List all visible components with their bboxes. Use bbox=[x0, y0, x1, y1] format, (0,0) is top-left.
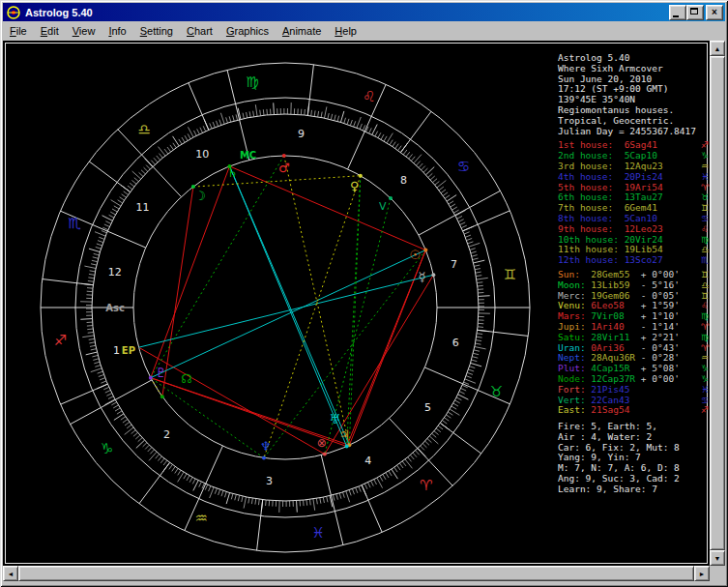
house-cusp-text: 4th house: 20Pis24 bbox=[558, 172, 663, 183]
menu-bar: FileEditViewInfoSettingChartGraphicsAnim… bbox=[3, 21, 725, 41]
planet-position: 21Pis45 bbox=[591, 385, 640, 396]
house-cusp-text: 12th house: 13Sco27 bbox=[558, 255, 663, 266]
svg-text:8: 8 bbox=[400, 174, 407, 187]
zodiac-sign-icon: ♈ bbox=[701, 343, 709, 354]
svg-text:☿: ☿ bbox=[419, 270, 426, 284]
chart-canvas[interactable]: ♈♉♊♋♌♍♎♏♐♑♒♓123456789101112☉☽☿♀♂♃♄♅♆♇☊⊗V… bbox=[3, 41, 710, 566]
svg-text:5: 5 bbox=[424, 401, 431, 414]
svg-text:4: 4 bbox=[364, 455, 371, 467]
app-window: Astrolog 5.40 × FileEditViewInfoSettingC… bbox=[0, 0, 728, 587]
tally-line: Learn: 9, Share: 7 bbox=[558, 484, 709, 495]
zodiac-sign-icon: ♍ bbox=[701, 333, 709, 343]
house-row: 4th house: 20Pis24♓ bbox=[558, 172, 709, 183]
menu-item-graphics[interactable]: Graphics bbox=[219, 23, 276, 39]
vertical-scrollbar[interactable]: ▲ ▼ bbox=[710, 41, 725, 566]
horizontal-scroll-thumb[interactable] bbox=[18, 566, 694, 581]
close-button[interactable]: × bbox=[706, 5, 723, 20]
svg-text:♈: ♈ bbox=[420, 477, 432, 494]
svg-text:☽: ☽ bbox=[194, 189, 206, 203]
svg-text:♓: ♓ bbox=[311, 524, 324, 542]
planet-row: Fort: 21Pis45 ♓ bbox=[558, 385, 709, 396]
zodiac-sign-icon: ♏ bbox=[701, 255, 709, 266]
svg-text:☊: ☊ bbox=[181, 371, 192, 386]
svg-text:V: V bbox=[379, 200, 387, 213]
house-row: 12th house: 13Sco27♏ bbox=[558, 255, 709, 266]
horizontal-scrollbar[interactable]: ◄ ► bbox=[3, 566, 710, 581]
svg-text:♊: ♊ bbox=[504, 266, 516, 283]
house-cusp-list: 1st house: 6Sag41♐2nd house: 5Cap10♑3rd … bbox=[558, 140, 709, 266]
svg-text:7: 7 bbox=[451, 258, 457, 271]
svg-text:♐: ♐ bbox=[54, 332, 67, 349]
svg-text:MC: MC bbox=[240, 150, 256, 161]
zodiac-sign-icon: ♈ bbox=[701, 322, 709, 333]
planet-position: 13Lib59 bbox=[591, 280, 640, 291]
app-icon[interactable] bbox=[6, 5, 21, 20]
menu-item-animate[interactable]: Animate bbox=[276, 23, 328, 39]
svg-text:⊗: ⊗ bbox=[317, 436, 327, 450]
scroll-right-arrow[interactable]: ► bbox=[694, 566, 710, 581]
svg-text:♅: ♅ bbox=[329, 412, 340, 426]
wheel-chart: ♈♉♊♋♌♍♎♏♐♑♒♓123456789101112☉☽☿♀♂♃♄♅♆♇☊⊗V… bbox=[5, 43, 558, 564]
zodiac-sign-icon: ♒ bbox=[701, 161, 709, 172]
svg-text:6: 6 bbox=[452, 337, 459, 349]
planet-name: Satu: bbox=[558, 333, 591, 343]
svg-text:11: 11 bbox=[136, 201, 150, 214]
vertical-scroll-thumb[interactable] bbox=[710, 56, 725, 550]
scroll-left-arrow[interactable]: ◄ bbox=[3, 566, 18, 581]
svg-text:Asc: Asc bbox=[105, 303, 125, 313]
close-icon: × bbox=[712, 8, 717, 17]
chart-info-block: Astrolog 5.40Where Sixh ArmcoverSun June… bbox=[558, 53, 709, 136]
zodiac-sign-icon: ♌ bbox=[701, 301, 709, 311]
menu-item-chart[interactable]: Chart bbox=[180, 23, 219, 39]
zodiac-sign-icon: ♎ bbox=[701, 280, 709, 291]
zodiac-sign-icon: ♓ bbox=[701, 385, 709, 396]
svg-text:♎: ♎ bbox=[138, 121, 151, 138]
svg-text:☉: ☉ bbox=[409, 248, 421, 262]
maximize-button[interactable] bbox=[686, 5, 704, 20]
scroll-down-arrow[interactable]: ▼ bbox=[710, 550, 725, 566]
menu-item-view[interactable]: View bbox=[66, 23, 102, 39]
menu-item-info[interactable]: Info bbox=[102, 23, 132, 39]
zodiac-sign-icon: ♍ bbox=[701, 235, 709, 246]
astrolog-icon bbox=[6, 5, 21, 20]
menu-item-help[interactable]: Help bbox=[328, 23, 364, 39]
svg-text:10: 10 bbox=[195, 148, 209, 161]
zodiac-sign-icon: ♍ bbox=[701, 311, 709, 322]
planet-name: Fort: bbox=[558, 385, 591, 396]
planet-position-list: Sun: 28Gem55 + 0°00'♊Moon: 13Lib59 - 5°1… bbox=[558, 270, 709, 416]
minimize-icon bbox=[673, 15, 679, 17]
svg-text:♑: ♑ bbox=[101, 440, 113, 457]
svg-text:9: 9 bbox=[298, 128, 305, 140]
zodiac-sign-icon: ♊ bbox=[701, 270, 709, 280]
svg-text:3: 3 bbox=[266, 475, 273, 487]
zodiac-sign-icon: ♓ bbox=[701, 172, 709, 183]
planet-row: Moon: 13Lib59 - 5°16'♎ bbox=[558, 280, 709, 291]
element-tally-block: Fire: 5, Earth: 5,Air : 4, Water: 2Car: … bbox=[558, 422, 709, 495]
zodiac-sign-icon: ♑ bbox=[701, 151, 709, 161]
svg-text:♇: ♇ bbox=[156, 366, 167, 380]
zodiac-sign-icon: ♋ bbox=[701, 214, 709, 224]
scroll-up-arrow[interactable]: ▲ bbox=[710, 41, 725, 56]
svg-text:♃: ♃ bbox=[338, 427, 350, 442]
planet-latitude: + 2°21' bbox=[641, 333, 680, 343]
info-sidebar: Astrolog 5.40Where Sixh ArmcoverSun June… bbox=[558, 53, 709, 495]
menu-item-file[interactable]: File bbox=[3, 23, 34, 39]
menu-item-setting[interactable]: Setting bbox=[133, 23, 180, 39]
zodiac-sign-icon: ♋ bbox=[701, 396, 709, 406]
zodiac-sign-icon: ♑ bbox=[701, 364, 709, 374]
svg-text:1: 1 bbox=[113, 344, 120, 357]
menu-item-edit[interactable]: Edit bbox=[34, 23, 66, 39]
caption-buttons: × bbox=[669, 5, 723, 20]
window-title: Astrolog 5.40 bbox=[25, 7, 669, 18]
planet-latitude: + 0°00' bbox=[641, 374, 680, 385]
svg-text:♉: ♉ bbox=[490, 383, 503, 400]
svg-text:♋: ♋ bbox=[457, 158, 470, 175]
planet-position: 21Sag54 bbox=[591, 405, 640, 416]
svg-text:♒: ♒ bbox=[194, 510, 207, 527]
svg-text:2: 2 bbox=[163, 428, 170, 441]
svg-text:♆: ♆ bbox=[260, 439, 272, 454]
minimize-button[interactable] bbox=[669, 5, 686, 20]
svg-text:♏: ♏ bbox=[68, 215, 81, 232]
zodiac-sign-icon: ♒ bbox=[701, 353, 709, 364]
zodiac-sign-icon: ♈ bbox=[701, 183, 709, 193]
